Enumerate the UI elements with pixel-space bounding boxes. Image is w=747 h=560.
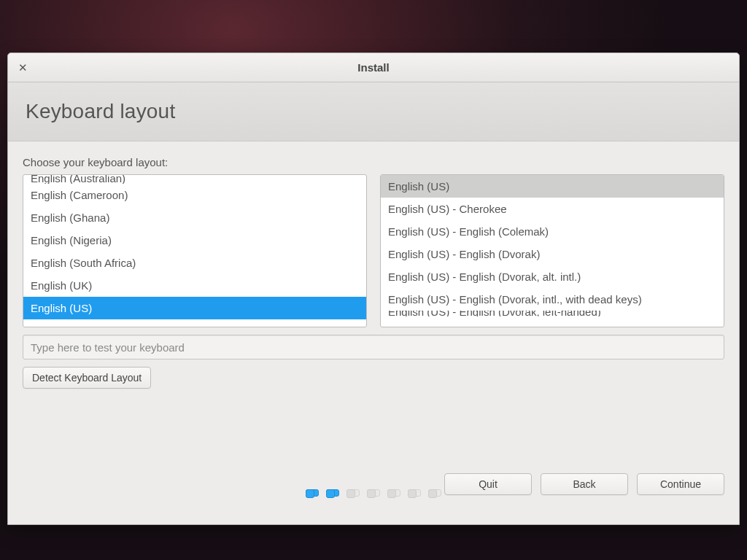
page-header: Keyboard layout [8,82,739,141]
list-item-selected[interactable]: English (US) [23,297,366,319]
list-item[interactable]: English (US) - English (Dvorak) [381,243,724,265]
titlebar: ✕ Install [8,53,739,82]
progress-dot [387,489,400,497]
variant-list[interactable]: English (US) English (US) - Cherokee Eng… [380,174,724,327]
list-item[interactable]: English (US) - English (Dvorak, alt. int… [381,265,724,288]
list-item[interactable]: English (US) - English (Colemak) [381,220,724,243]
progress-dot [408,489,421,497]
list-item[interactable]: English (Cameroon) [23,184,366,206]
list-item[interactable]: English (US) - English (Dvorak, intl., w… [381,288,724,311]
layout-columns: English (Australian) English (Cameroon) … [23,174,724,327]
progress-dot [306,489,319,497]
window-title: Install [357,61,389,74]
progress-dot [367,489,380,497]
progress-dot [428,489,441,497]
list-item[interactable]: English (US) - English (Dvorak, left-han… [381,311,724,316]
list-item[interactable]: English (UK) [23,274,366,297]
list-item[interactable]: English (South Africa) [23,252,366,274]
page-heading: Keyboard layout [26,100,721,123]
installer-window: ✕ Install Keyboard layout Choose your ke… [7,52,740,525]
close-icon[interactable]: ✕ [14,59,31,77]
progress-dot [347,489,360,497]
choose-label: Choose your keyboard layout: [23,156,724,168]
detect-keyboard-button[interactable]: Detect Keyboard Layout [23,367,151,389]
list-item[interactable]: English (US) - Cherokee [381,198,724,220]
list-item[interactable]: English (Australian) [23,175,366,184]
list-item-selected[interactable]: English (US) [381,175,724,198]
progress-dot [326,489,339,497]
keyboard-test-input[interactable] [23,335,724,359]
list-item[interactable]: English (Nigeria) [23,229,366,252]
detect-row: Detect Keyboard Layout [23,367,724,389]
progress-indicator [8,489,739,497]
layout-list[interactable]: English (Australian) English (Cameroon) … [23,174,367,327]
list-item[interactable]: English (Ghana) [23,206,366,229]
content-area: Choose your keyboard layout: English (Au… [8,141,739,524]
